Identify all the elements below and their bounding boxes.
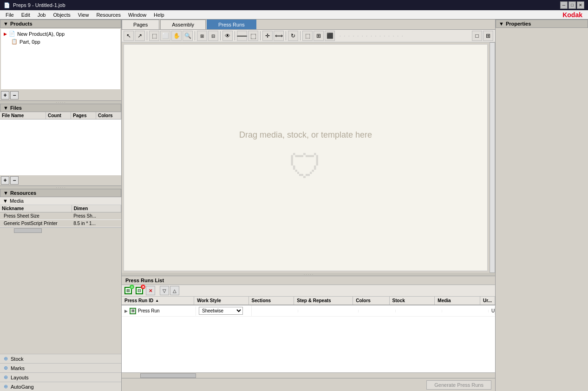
tool-pan[interactable]: ✋: [171, 31, 182, 41]
layouts-label: Layouts: [11, 375, 29, 380]
pr-hscroll-thumb[interactable]: [140, 373, 196, 378]
pr-cell-workstyle[interactable]: Sheetwise Work & Turn Work & Tumble: [196, 305, 252, 316]
toolbar-sep-1: [147, 31, 147, 40]
title-bar-controls[interactable]: ─ □ ✕: [560, 1, 584, 9]
pr-col-id[interactable]: Press Run ID ▲: [122, 297, 194, 305]
media-header: ▼ Media: [0, 197, 121, 205]
tool-select[interactable]: ↖: [124, 31, 134, 41]
media-hscrollbar[interactable]: [0, 227, 121, 233]
files-col-pages: Pages: [71, 112, 96, 119]
press-run-row[interactable]: ▶ ⊞ Press Run Sheetwise Work & Turn Work…: [122, 305, 495, 317]
tool-layout-3[interactable]: ⬛: [325, 31, 335, 41]
files-add-button[interactable]: +: [1, 176, 9, 185]
tool-view-grid[interactable]: ⊞: [483, 31, 493, 41]
tool-select-alt[interactable]: ↗: [135, 31, 145, 41]
menu-help[interactable]: Help: [150, 10, 168, 20]
pr-col-colors[interactable]: Colors: [353, 297, 389, 305]
press-runs-toolbar: ⊞ + ⊟ ✕ ✕ ▽ △: [122, 285, 495, 297]
toolbar-sep-4: [235, 31, 235, 40]
tool-grid[interactable]: ⊞: [197, 31, 207, 41]
generate-press-runs-button[interactable]: Generate Press Runs: [426, 380, 491, 390]
pr-add-button[interactable]: ⊞ +: [124, 286, 133, 295]
canvas-area[interactable]: Drag media, stock, or template here 🛡: [124, 44, 488, 271]
properties-header: ▼ Properties: [496, 20, 588, 28]
left-panel: ▼ Products ▶ 📄 New Product(A), 0pp 📋 Par…: [0, 20, 122, 391]
nav-item-stock[interactable]: ⊕ Stock: [0, 354, 121, 363]
pr-expand-btn[interactable]: ▶: [124, 309, 128, 313]
pr-up-arrow-icon: △: [173, 288, 176, 293]
tab-pages[interactable]: Pages: [122, 20, 159, 29]
tree-product-icon: 📄: [9, 31, 15, 37]
resources-header[interactable]: ▼ Resources: [0, 189, 121, 197]
press-runs-section: Press Runs List ⊞ + ⊟ ✕ ✕ ▽ △: [122, 276, 495, 378]
files-header[interactable]: ▼ Files: [0, 104, 121, 112]
toolbar-sep-7: [300, 31, 301, 40]
pr-move-down-button[interactable]: ▽: [160, 286, 169, 295]
menu-objects[interactable]: Objects: [49, 10, 74, 20]
menu-job[interactable]: Job: [34, 10, 50, 20]
tool-rotate[interactable]: ↻: [288, 31, 298, 41]
tree-item-part[interactable]: 📋 Part, 0pp: [2, 38, 119, 46]
minimize-button[interactable]: ─: [560, 1, 568, 9]
toolbar-sep-5: [260, 31, 261, 40]
pr-plus-badge: +: [130, 285, 134, 289]
tool-cut[interactable]: ⬚: [248, 31, 258, 41]
files-col-count: Count: [46, 112, 71, 119]
pr-cell-ur: Ur...: [489, 307, 495, 315]
tool-zoom[interactable]: 🔍: [183, 31, 193, 41]
pr-hscrollbar[interactable]: [122, 372, 495, 378]
menu-view[interactable]: View: [74, 10, 93, 20]
nav-item-layouts[interactable]: ⊕ Layouts: [0, 372, 121, 382]
tree-expand-icon: ▶: [4, 32, 7, 36]
files-label: Files: [10, 105, 22, 111]
menu-window[interactable]: Window: [124, 10, 150, 20]
pr-col-ur[interactable]: Ur...: [480, 297, 495, 305]
canvas-vscrollbar[interactable]: [490, 42, 495, 273]
nav-item-autogang[interactable]: ⊕ AutoGang: [0, 382, 121, 391]
menu-resources[interactable]: Resources: [92, 10, 124, 20]
maximize-button[interactable]: □: [568, 1, 576, 9]
press-runs-table: Press Run ID ▲ Work Style Sections Step …: [122, 297, 495, 372]
pr-col-sections[interactable]: Sections: [249, 297, 294, 305]
menu-edit[interactable]: Edit: [18, 10, 34, 20]
tree-item-product[interactable]: ▶ 📄 New Product(A), 0pp: [2, 30, 119, 38]
pr-cell-id: ▶ ⊞ Press Run: [122, 306, 196, 316]
autogang-icon: ⊕: [4, 384, 8, 390]
pr-col-step-repeats[interactable]: Step & Repeats: [294, 297, 353, 305]
products-header[interactable]: ▼ Products: [0, 20, 121, 28]
tool-rectangle[interactable]: ⬚: [149, 31, 159, 41]
res-dimen-2: 8.5 in * 1...: [72, 221, 119, 226]
media-hscroll-thumb[interactable]: [14, 228, 42, 233]
files-remove-button[interactable]: −: [10, 176, 19, 185]
pr-move-up-button[interactable]: △: [170, 286, 179, 295]
pr-col-workstyle[interactable]: Work Style: [194, 297, 248, 305]
tool-bar-code[interactable]: ═══: [237, 31, 247, 41]
menu-file[interactable]: File: [2, 10, 18, 20]
tab-press-runs[interactable]: Press Runs: [207, 20, 256, 29]
tool-layout-2[interactable]: ⊞: [314, 31, 324, 41]
close-button[interactable]: ✕: [577, 1, 584, 9]
resource-row[interactable]: Press Sheet Size Press Sh...: [0, 212, 121, 220]
pr-workstyle-select[interactable]: Sheetwise Work & Turn Work & Tumble: [199, 307, 243, 315]
nav-item-marks[interactable]: ⊕ Marks: [0, 363, 121, 372]
tool-eye[interactable]: 👁: [222, 31, 233, 41]
canvas-placeholder: Drag media, stock, or template here 🛡: [239, 130, 372, 186]
tool-center[interactable]: ✛: [262, 31, 273, 41]
tool-align[interactable]: ⟺: [274, 31, 284, 41]
products-remove-button[interactable]: −: [10, 91, 19, 99]
tool-layout-1[interactable]: ⬚: [302, 31, 313, 41]
pr-col-stock[interactable]: Stock: [390, 297, 435, 305]
pr-add-grid2-button[interactable]: ⊟ ✕: [135, 286, 144, 295]
media-icon: ▼: [3, 198, 8, 204]
tree-product-label: New Product(A), 0pp: [17, 31, 65, 37]
tool-grid-2[interactable]: ⊟: [208, 31, 218, 41]
tool-view-single[interactable]: □: [472, 31, 482, 41]
tab-assembly[interactable]: Assembly: [160, 20, 206, 29]
pr-col-media[interactable]: Media: [435, 297, 480, 305]
products-add-button[interactable]: +: [1, 91, 9, 99]
tool-scale[interactable]: ⬜: [160, 31, 170, 41]
app-icon: 📄: [4, 2, 10, 8]
resource-row-2[interactable]: Generic PostScript Printer 8.5 in * 1...: [0, 220, 121, 227]
pr-remove-button[interactable]: ✕: [146, 286, 155, 295]
autogang-label: AutoGang: [11, 384, 34, 390]
